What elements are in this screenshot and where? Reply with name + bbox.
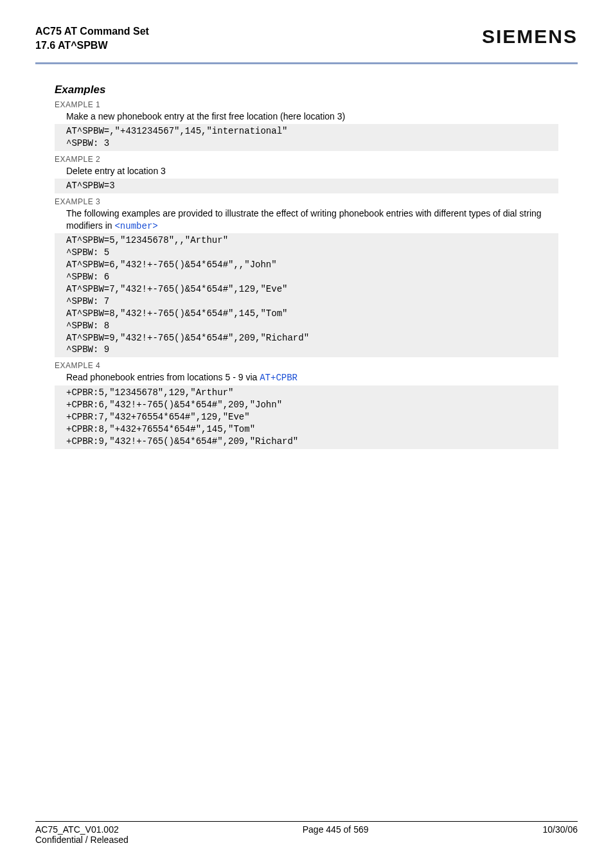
footer-version: AC75_ATC_V01.002: [35, 824, 129, 835]
example-1-code: AT^SPBW=,"+431234567",145,"international…: [55, 124, 558, 151]
footer-row: AC75_ATC_V01.002 Confidential / Released…: [35, 824, 578, 845]
footer-classification: Confidential / Released: [35, 835, 129, 845]
example-2-label: EXAMPLE 2: [55, 155, 558, 164]
brand-logo: SIEMENS: [482, 24, 578, 48]
example-1-label: EXAMPLE 1: [55, 100, 558, 109]
example-3-desc: The following examples are provided to i…: [66, 208, 558, 233]
example-4-desc-text: Read phonebook entries from locations 5 …: [66, 372, 260, 382]
example-2-desc: Delete entry at location 3: [66, 165, 558, 177]
number-link[interactable]: <number>: [114, 221, 157, 231]
footer-date: 10/30/06: [543, 824, 578, 845]
footer-divider: [35, 821, 578, 822]
doc-subtitle: 17.6 AT^SPBW: [35, 39, 149, 53]
content-area: Examples EXAMPLE 1 Make a new phonebook …: [35, 64, 578, 448]
page-footer: AC75_ATC_V01.002 Confidential / Released…: [35, 821, 578, 845]
example-4-label: EXAMPLE 4: [55, 361, 558, 370]
example-3-label: EXAMPLE 3: [55, 197, 558, 206]
doc-title: AC75 AT Command Set: [35, 24, 149, 39]
example-4-desc: Read phonebook entries from locations 5 …: [66, 371, 558, 384]
footer-left: AC75_ATC_V01.002 Confidential / Released: [35, 824, 129, 845]
example-2-code: AT^SPBW=3: [55, 179, 558, 193]
header-left: AC75 AT Command Set 17.6 AT^SPBW: [35, 24, 149, 52]
section-title: Examples: [55, 84, 558, 96]
example-3-code: AT^SPBW=5,"12345678",,"Arthur" ^SPBW: 5 …: [55, 233, 558, 357]
example-4-code: +CPBR:5,"12345678",129,"Arthur" +CPBR:6,…: [55, 385, 558, 448]
page-header: AC75 AT Command Set 17.6 AT^SPBW SIEMENS: [35, 24, 578, 58]
footer-page: Page 445 of 569: [303, 824, 369, 845]
example-1-desc: Make a new phonebook entry at the first …: [66, 111, 558, 123]
atcpbr-link[interactable]: AT+CPBR: [260, 373, 298, 383]
